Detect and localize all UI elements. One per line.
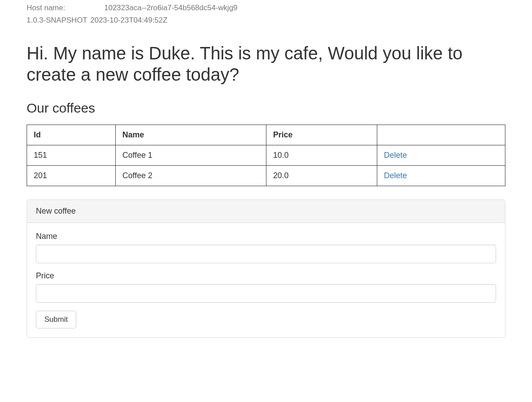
price-group: Price: [36, 271, 496, 303]
page-title: Hi. My name is Duke. This is my cafe, Wo…: [27, 43, 505, 85]
delete-link[interactable]: Delete: [384, 151, 407, 160]
header-price: Price: [266, 125, 377, 145]
new-coffee-panel: New coffee Name Price Submit: [27, 199, 505, 338]
coffees-heading: Our coffees: [27, 101, 505, 116]
cell-price: 20.0: [266, 166, 377, 186]
header-action: [377, 125, 505, 145]
header-id: Id: [27, 125, 116, 145]
cell-action: Delete: [377, 166, 505, 186]
header-name: Name: [116, 125, 266, 145]
price-input[interactable]: [36, 284, 496, 303]
submit-button[interactable]: Submit: [36, 311, 76, 328]
coffees-table: Id Name Price 151 Coffee 1 10.0 Delete 2…: [27, 125, 505, 186]
cell-name: Coffee 2: [116, 166, 266, 186]
table-row: 151 Coffee 1 10.0 Delete: [27, 145, 505, 166]
name-group: Name: [36, 232, 496, 263]
app-version: 1.0.3-SNAPSHOT: [27, 16, 87, 24]
cell-name: Coffee 1: [116, 145, 266, 166]
price-label: Price: [36, 271, 496, 281]
hostname-value: 102323aca--2ro6ia7-54b568dc54-wkjg9: [104, 4, 238, 12]
cell-id: 151: [27, 145, 116, 166]
name-input[interactable]: [36, 245, 496, 263]
build-time: 2023-10-23T04:49:52Z: [90, 16, 168, 24]
hostname-label: Host name:: [27, 4, 78, 12]
table-row: 201 Coffee 2 20.0 Delete: [27, 166, 505, 186]
hostname-row: Host name: 102323aca--2ro6ia7-54b568dc54…: [27, 4, 505, 12]
table-header-row: Id Name Price: [27, 125, 505, 145]
panel-heading: New coffee: [27, 200, 505, 223]
delete-link[interactable]: Delete: [384, 171, 407, 180]
panel-body: Name Price Submit: [27, 223, 505, 337]
cell-price: 10.0: [266, 145, 377, 166]
version-row: 1.0.3-SNAPSHOT 2023-10-23T04:49:52Z: [27, 16, 505, 25]
name-label: Name: [36, 232, 496, 241]
cell-action: Delete: [377, 145, 505, 166]
cell-id: 201: [27, 166, 116, 186]
